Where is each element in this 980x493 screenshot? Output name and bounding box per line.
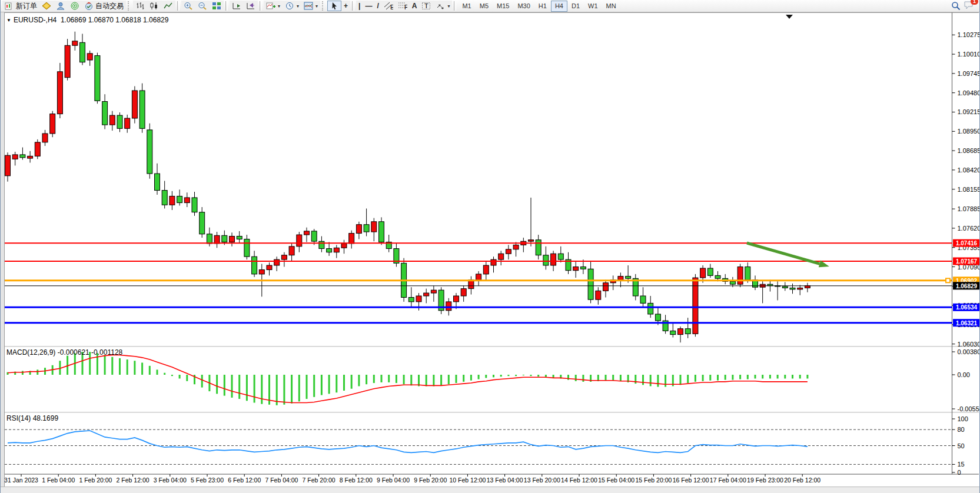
candle-body[interactable]: [35, 142, 40, 156]
candle-body[interactable]: [529, 240, 534, 241]
arrows-tool-button[interactable]: ▾: [433, 1, 452, 11]
candle-body[interactable]: [790, 288, 795, 289]
candle-body[interactable]: [798, 288, 803, 289]
candle-body[interactable]: [125, 118, 130, 128]
candle-body[interactable]: [20, 155, 25, 158]
candle-body[interactable]: [237, 236, 242, 239]
candle-body[interactable]: [267, 265, 272, 269]
candle-body[interactable]: [379, 222, 384, 242]
candle-body[interactable]: [155, 174, 160, 190]
candle-body[interactable]: [551, 254, 556, 265]
candle-body[interactable]: [42, 134, 48, 142]
market-watch-button[interactable]: [39, 1, 54, 11]
candle-body[interactable]: [304, 231, 310, 235]
candle-body[interactable]: [102, 102, 108, 125]
candle-body[interactable]: [543, 255, 549, 265]
candle-body[interactable]: [670, 331, 676, 334]
candle-body[interactable]: [184, 198, 190, 203]
candle-body[interactable]: [424, 293, 429, 296]
candle-body[interactable]: [640, 296, 646, 303]
candle-body[interactable]: [685, 329, 690, 334]
candle-body[interactable]: [693, 278, 698, 334]
timeframe-button-mn[interactable]: MN: [602, 1, 620, 12]
crosshair-tool-button[interactable]: +: [341, 1, 350, 11]
fibonacci-tool-button[interactable]: F: [396, 1, 410, 11]
candle-body[interactable]: [341, 244, 347, 248]
search-icon[interactable]: [951, 1, 961, 11]
timeframe-button-m1[interactable]: M1: [458, 1, 475, 12]
candle-body[interactable]: [200, 212, 205, 234]
candle-body[interactable]: [80, 42, 85, 62]
candle-body[interactable]: [745, 267, 750, 280]
trendline-tool-button[interactable]: /: [374, 1, 381, 11]
timeframe-button-m30[interactable]: M30: [513, 1, 534, 12]
candle-body[interactable]: [72, 41, 78, 45]
candle-body[interactable]: [446, 302, 451, 311]
candle-body[interactable]: [408, 297, 414, 301]
line-chart-button[interactable]: [161, 1, 175, 11]
candle-body[interactable]: [12, 155, 18, 159]
candle-body[interactable]: [588, 269, 593, 299]
candle-body[interactable]: [655, 314, 660, 321]
candle-body[interactable]: [782, 287, 788, 288]
candle-body[interactable]: [707, 268, 713, 275]
candle-body[interactable]: [230, 236, 235, 242]
timeframe-button-m15[interactable]: M15: [493, 1, 513, 12]
add-indicator-button[interactable]: ▾: [264, 1, 283, 11]
candle-body[interactable]: [252, 257, 257, 274]
candle-body[interactable]: [95, 56, 100, 101]
candle-body[interactable]: [281, 255, 287, 259]
candle-body[interactable]: [491, 259, 496, 265]
candle-body[interactable]: [715, 275, 720, 278]
candle-body[interactable]: [603, 283, 609, 291]
candle-body[interactable]: [214, 235, 220, 244]
candle-body[interactable]: [499, 254, 504, 259]
candle-body[interactable]: [162, 191, 167, 205]
zoom-in-button[interactable]: [181, 1, 195, 11]
candle-body[interactable]: [648, 303, 653, 314]
timeframe-button-h4[interactable]: H4: [551, 1, 567, 12]
candle-body[interactable]: [738, 267, 743, 285]
horizontal-line-tool-button[interactable]: —: [363, 1, 374, 11]
candle-body[interactable]: [192, 198, 197, 212]
candle-body[interactable]: [327, 249, 332, 252]
candle-body[interactable]: [700, 268, 706, 278]
candle-body[interactable]: [730, 281, 735, 284]
candle-body[interactable]: [5, 155, 11, 176]
timeframe-button-w1[interactable]: W1: [584, 1, 602, 12]
candle-body[interactable]: [170, 196, 175, 205]
candle-body[interactable]: [596, 291, 601, 299]
candle-body[interactable]: [506, 249, 511, 254]
candle-body[interactable]: [65, 45, 70, 77]
candle-body[interactable]: [536, 240, 541, 255]
candlestick-chart-button[interactable]: [147, 1, 161, 11]
channel-tool-button[interactable]: E: [381, 1, 396, 11]
candle-body[interactable]: [177, 196, 182, 202]
candle-body[interactable]: [297, 235, 302, 246]
template-button[interactable]: ▾: [301, 1, 320, 11]
timeframe-button-d1[interactable]: D1: [567, 1, 584, 12]
vertical-line-tool-button[interactable]: |: [356, 1, 363, 11]
candle-body[interactable]: [207, 234, 212, 244]
candle-body[interactable]: [476, 274, 481, 280]
candle-body[interactable]: [371, 222, 377, 232]
candle-body[interactable]: [139, 91, 145, 128]
candle-body[interactable]: [50, 114, 55, 134]
new-order-button[interactable]: 新订单: [2, 1, 39, 11]
candle-body[interactable]: [117, 115, 122, 128]
candle-body[interactable]: [289, 246, 294, 255]
candle-body[interactable]: [319, 241, 324, 248]
candle-body[interactable]: [558, 254, 563, 259]
navigator-button[interactable]: [68, 1, 82, 11]
hline-handle[interactable]: [946, 278, 950, 282]
shift-marker-icon[interactable]: [786, 15, 793, 19]
timeframe-button-m5[interactable]: M5: [476, 1, 493, 12]
candle-body[interactable]: [483, 265, 489, 274]
candle-body[interactable]: [626, 277, 631, 279]
candle-body[interactable]: [461, 289, 466, 296]
text-tool-button[interactable]: A: [410, 1, 420, 11]
candle-body[interactable]: [416, 296, 421, 302]
timeframe-button-h1[interactable]: H1: [534, 1, 551, 12]
candle-body[interactable]: [28, 156, 33, 158]
candle-body[interactable]: [573, 267, 579, 271]
